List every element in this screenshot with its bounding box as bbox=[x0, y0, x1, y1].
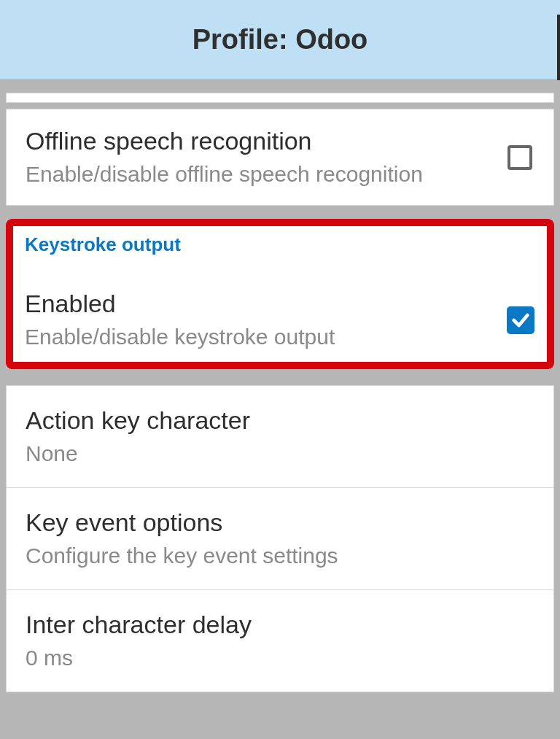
offline-speech-title: Offline speech recognition bbox=[26, 125, 491, 157]
checkbox-checked-icon bbox=[507, 306, 534, 334]
inter-character-delay-item[interactable]: Inter character delay 0 ms bbox=[7, 590, 553, 692]
offline-speech-subtitle: Enable/disable offline speech recognitio… bbox=[26, 160, 491, 190]
keystroke-output-header: Keystroke output bbox=[25, 229, 535, 260]
key-event-options-subtitle: Configure the key event settings bbox=[26, 541, 534, 571]
keystroke-output-section: Keystroke output Enabled Enable/disable … bbox=[6, 219, 554, 369]
key-event-options-item[interactable]: Key event options Configure the key even… bbox=[7, 488, 553, 589]
page-title: Profile: Odoo bbox=[192, 24, 368, 55]
offline-speech-checkbox[interactable] bbox=[505, 143, 534, 172]
inter-char-delay-title: Inter character delay bbox=[26, 609, 534, 641]
action-key-title: Action key character bbox=[26, 405, 534, 436]
action-key-value: None bbox=[26, 439, 534, 469]
inter-char-delay-value: 0 ms bbox=[26, 643, 534, 673]
action-key-character-item[interactable]: Action key character None bbox=[7, 386, 553, 487]
offline-speech-item[interactable]: Offline speech recognition Enable/disabl… bbox=[6, 109, 554, 206]
keystroke-enabled-subtitle: Enable/disable keystroke output bbox=[25, 322, 491, 352]
scroll-indicator bbox=[557, 15, 560, 80]
key-event-options-title: Key event options bbox=[26, 507, 534, 538]
keystroke-enabled-title: Enabled bbox=[25, 288, 491, 320]
keystroke-enabled-checkbox[interactable] bbox=[506, 306, 535, 335]
prev-card-sliver bbox=[6, 93, 554, 103]
keystroke-enabled-item[interactable]: Enabled Enable/disable keystroke output bbox=[25, 288, 535, 352]
header-bar: Profile: Odoo bbox=[0, 0, 560, 80]
checkbox-unchecked-icon bbox=[508, 145, 532, 170]
